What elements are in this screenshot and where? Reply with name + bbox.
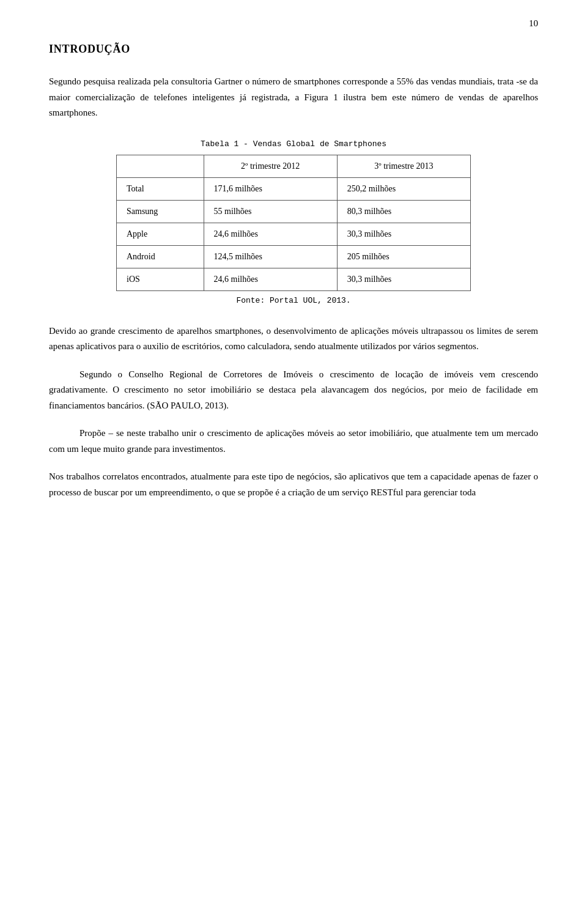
table-header-row: 2º trimestre 2012 3º trimestre 2013 [117,155,471,177]
table-cell-col1: 124,5 milhões [204,245,337,268]
table-row: Apple24,6 milhões30,3 milhões [117,223,471,245]
page-number: 10 [529,18,538,29]
table-title: Tabela 1 - Vendas Global de Smartphones [116,139,471,149]
table-header-col0 [117,155,204,177]
table-container: Tabela 1 - Vendas Global de Smartphones … [116,139,471,305]
table-cell-col1: 24,6 milhões [204,223,337,245]
table-cell-col2: 250,2 milhões [337,177,470,200]
table-row: Samsung55 milhões80,3 milhões [117,200,471,223]
table-body: Total171,6 milhões250,2 milhõesSamsung55… [117,177,471,290]
table-cell-col1: 55 milhões [204,200,337,223]
table-cell-label: Total [117,177,204,200]
table-header-col2: 3º trimestre 2013 [337,155,470,177]
body-paragraph-1: Devido ao grande crescimento de aparelho… [49,323,538,355]
intro-paragraph: Segundo pesquisa realizada pela consulto… [49,74,538,121]
table-cell-label: Samsung [117,200,204,223]
table-cell-col2: 205 milhões [337,245,470,268]
body-paragraph-2: Segundo o Conselho Regional de Corretore… [49,367,538,414]
table-cell-label: Apple [117,223,204,245]
table-cell-col1: 24,6 milhões [204,268,337,290]
table-row: iOS24,6 milhões30,3 milhões [117,268,471,290]
data-table: 2º trimestre 2012 3º trimestre 2013 Tota… [116,155,471,291]
table-row: Android124,5 milhões205 milhões [117,245,471,268]
table-cell-col2: 30,3 milhões [337,223,470,245]
table-header-col1: 2º trimestre 2012 [204,155,337,177]
table-cell-col1: 171,6 milhões [204,177,337,200]
table-cell-label: Android [117,245,204,268]
body-paragraph-3: Propõe – se neste trabalho unir o cresci… [49,426,538,457]
table-row: Total171,6 milhões250,2 milhões [117,177,471,200]
table-source: Fonte: Portal UOL, 2013. [116,296,471,305]
table-cell-label: iOS [117,268,204,290]
body-paragraph-4: Nos trabalhos correlatos encontrados, at… [49,469,538,500]
table-cell-col2: 80,3 milhões [337,200,470,223]
page-container: 10 Introdução Segundo pesquisa realizada… [0,0,587,924]
table-cell-col2: 30,3 milhões [337,268,470,290]
section-title: Introdução [49,43,538,56]
